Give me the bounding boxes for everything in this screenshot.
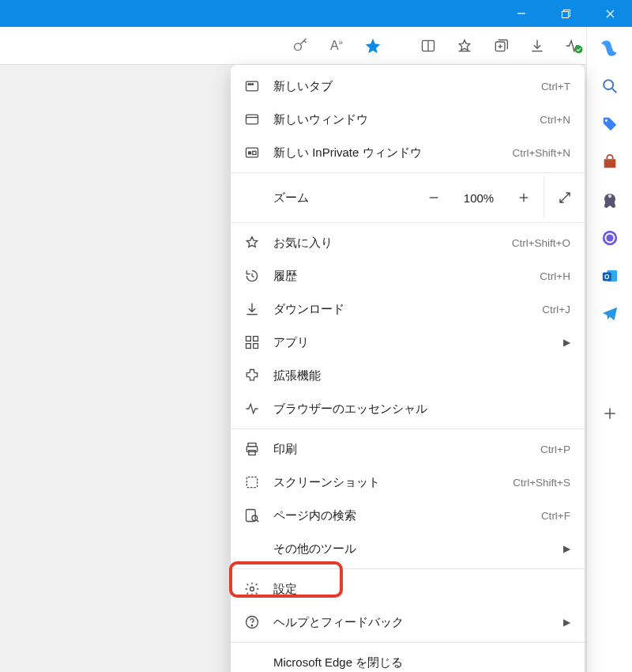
- favorite-star-icon[interactable]: [357, 30, 389, 62]
- menu-label: アプリ: [273, 335, 551, 350]
- svg-rect-49: [246, 477, 257, 487]
- password-icon[interactable]: [284, 30, 316, 62]
- window-minimize-button[interactable]: [499, 0, 544, 27]
- split-screen-icon[interactable]: [412, 30, 444, 62]
- menu-separator: [231, 172, 585, 173]
- menu-screenshot[interactable]: スクリーンショット Ctrl+Shift+S: [231, 466, 585, 499]
- performance-icon[interactable]: [558, 30, 589, 62]
- submenu-arrow-icon: ▶: [563, 337, 570, 348]
- menu-shortcut: Ctrl+N: [540, 114, 570, 126]
- submenu-arrow-icon: ▶: [563, 617, 570, 628]
- fullscreen-button[interactable]: [544, 176, 585, 219]
- menu-shortcut: Ctrl+P: [540, 444, 570, 455]
- copilot-icon[interactable]: [600, 38, 620, 59]
- svg-point-30: [250, 84, 252, 85]
- menu-separator: [231, 428, 585, 429]
- menu-shortcut: Ctrl+Shift+S: [513, 477, 570, 489]
- menu-print[interactable]: 印刷 Ctrl+P: [231, 432, 585, 466]
- menu-new-window[interactable]: 新しいウィンドウ Ctrl+N: [231, 103, 585, 136]
- svg-point-22: [608, 194, 611, 198]
- menu-extensions[interactable]: 拡張機能: [231, 359, 585, 392]
- window-maximize-button[interactable]: [544, 0, 588, 27]
- menu-downloads[interactable]: ダウンロード Ctrl+J: [231, 293, 585, 326]
- svg-rect-43: [254, 337, 258, 342]
- read-aloud-icon[interactable]: A»: [321, 30, 352, 62]
- submenu-arrow-icon: ▶: [563, 543, 570, 554]
- menu-zoom: ズーム 100%: [231, 176, 585, 219]
- svg-rect-32: [246, 115, 258, 124]
- svg-point-53: [250, 587, 254, 591]
- window-titlebar: [0, 0, 632, 27]
- outlook-icon[interactable]: O: [600, 266, 620, 286]
- svg-rect-45: [254, 344, 258, 349]
- heartbeat-icon: [243, 400, 261, 417]
- gear-icon: [243, 580, 261, 598]
- menu-shortcut: Ctrl+Shift+O: [512, 237, 570, 249]
- office-icon[interactable]: [600, 228, 620, 248]
- blank-icon: [243, 540, 261, 557]
- zoom-label: ズーム: [273, 191, 419, 206]
- zoom-in-button[interactable]: [509, 183, 539, 213]
- menu-apps[interactable]: アプリ ▶: [231, 326, 585, 359]
- svg-rect-42: [246, 337, 251, 342]
- svg-rect-48: [249, 451, 255, 455]
- menu-label: ブラウザーのエッセンシャル: [273, 402, 570, 417]
- shopping-icon[interactable]: [600, 152, 620, 172]
- search-icon[interactable]: [600, 76, 620, 96]
- menu-more-tools[interactable]: その他のツール ▶: [231, 532, 585, 565]
- window-close-button[interactable]: [588, 0, 632, 27]
- help-icon: [243, 613, 261, 631]
- menu-label: Microsoft Edge を閉じる: [273, 655, 570, 670]
- menu-label: 新しいタブ: [273, 79, 529, 94]
- svg-point-5: [294, 43, 301, 51]
- menu-help[interactable]: ヘルプとフィードバック ▶: [231, 606, 585, 639]
- zoom-out-button[interactable]: [419, 183, 449, 213]
- screenshot-icon: [243, 474, 261, 491]
- menu-find[interactable]: ページ内の検索 Ctrl+F: [231, 499, 585, 532]
- svg-rect-21: [604, 159, 615, 168]
- menu-new-inprivate[interactable]: 新しい InPrivate ウィンドウ Ctrl+Shift+N: [231, 136, 585, 169]
- menu-label: 履歴: [273, 269, 527, 284]
- menu-label: 印刷: [273, 442, 528, 457]
- menu-shortcut: Ctrl+J: [542, 304, 570, 315]
- new-window-icon: [243, 111, 261, 128]
- svg-point-14: [574, 45, 582, 53]
- history-icon: [243, 267, 261, 285]
- star-icon: [243, 234, 261, 251]
- collections-icon[interactable]: [485, 30, 517, 62]
- menu-favorites[interactable]: お気に入り Ctrl+Shift+O: [231, 226, 585, 259]
- sidebar-add-button[interactable]: [600, 403, 620, 424]
- settings-menu: 新しいタブ Ctrl+T 新しいウィンドウ Ctrl+N 新しい InPriva…: [231, 65, 585, 672]
- edge-sidebar: O: [586, 27, 632, 672]
- svg-rect-44: [246, 344, 251, 349]
- find-icon: [243, 507, 261, 524]
- downloads-icon[interactable]: [521, 30, 553, 62]
- games-icon[interactable]: [600, 190, 620, 210]
- print-icon: [243, 440, 261, 458]
- svg-rect-28: [246, 81, 258, 91]
- menu-label: 新しいウィンドウ: [273, 112, 527, 127]
- svg-point-29: [248, 84, 250, 85]
- telegram-icon[interactable]: [600, 304, 620, 324]
- svg-point-20: [604, 119, 607, 122]
- svg-line-19: [611, 89, 616, 93]
- menu-separator: [231, 222, 585, 223]
- favorites-list-icon[interactable]: [449, 30, 480, 62]
- menu-shortcut: Ctrl+Shift+N: [512, 147, 570, 159]
- menu-essentials[interactable]: ブラウザーのエッセンシャル: [231, 392, 585, 425]
- svg-point-31: [252, 84, 254, 85]
- menu-new-tab[interactable]: 新しいタブ Ctrl+T: [231, 70, 585, 103]
- apps-icon: [243, 334, 261, 351]
- menu-history[interactable]: 履歴 Ctrl+H: [231, 259, 585, 293]
- menu-close-edge[interactable]: Microsoft Edge を閉じる: [231, 646, 585, 672]
- menu-label: ヘルプとフィードバック: [273, 615, 551, 630]
- svg-point-51: [252, 515, 258, 521]
- svg-rect-35: [248, 151, 251, 154]
- blank-icon: [243, 654, 261, 671]
- menu-label: スクリーンショット: [273, 475, 500, 490]
- svg-rect-2: [562, 11, 568, 17]
- tag-icon[interactable]: [600, 114, 620, 134]
- address-bar[interactable]: [0, 32, 280, 60]
- menu-settings[interactable]: 設定: [231, 572, 585, 606]
- menu-separator: [231, 642, 585, 643]
